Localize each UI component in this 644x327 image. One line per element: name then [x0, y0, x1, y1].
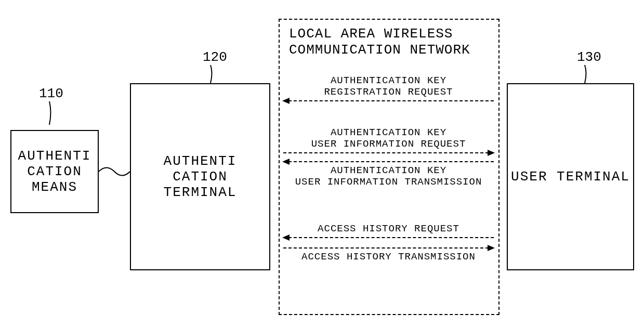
arrow-right-icon	[283, 152, 494, 153]
network-title: LOCAL AREA WIRELESS COMMUNICATION NETWOR…	[289, 26, 470, 58]
arrow-info-transmission: AUTHENTICATION KEY USER INFORMATION TRAN…	[283, 161, 494, 190]
user-terminal-box: USER TERMINAL	[507, 83, 634, 270]
connector-line	[99, 166, 130, 182]
arrow-left-icon	[283, 100, 494, 101]
arrow-right-icon	[283, 247, 494, 248]
arrow-left-icon	[283, 161, 494, 162]
arrow-reg-request-label: AUTHENTICATION KEY REGISTRATION REQUEST	[283, 75, 494, 98]
ref-label-110: 110	[39, 86, 63, 101]
arrow-reg-request: AUTHENTICATION KEY REGISTRATION REQUEST	[283, 75, 494, 101]
auth-means-box: AUTHENTI CATION MEANS	[10, 130, 99, 213]
ref-line-130	[580, 65, 595, 86]
arrow-info-request: AUTHENTICATION KEY USER INFORMATION REQU…	[283, 127, 494, 153]
user-terminal-label: USER TERMINAL	[511, 169, 630, 185]
arrow-info-request-label: AUTHENTICATION KEY USER INFORMATION REQU…	[283, 127, 494, 150]
arrow-history-transmission: ACCESS HISTORY TRANSMISSION	[283, 247, 494, 265]
ref-line-110	[44, 101, 60, 130]
auth-terminal-label: AUTHENTI CATION TERMINAL	[164, 153, 237, 200]
arrow-info-transmission-label: AUTHENTICATION KEY USER INFORMATION TRAN…	[283, 165, 494, 188]
arrow-history-request-label: ACCESS HISTORY REQUEST	[283, 224, 494, 235]
auth-means-label: AUTHENTI CATION MEANS	[18, 148, 91, 195]
ref-label-120: 120	[203, 49, 227, 65]
arrow-history-request: ACCESS HISTORY REQUEST	[283, 224, 494, 238]
arrow-history-transmission-label: ACCESS HISTORY TRANSMISSION	[283, 252, 494, 263]
auth-terminal-box: AUTHENTI CATION TERMINAL	[130, 83, 270, 270]
arrow-left-icon	[283, 237, 494, 238]
ref-label-130: 130	[577, 49, 601, 65]
ref-line-120	[205, 65, 221, 86]
